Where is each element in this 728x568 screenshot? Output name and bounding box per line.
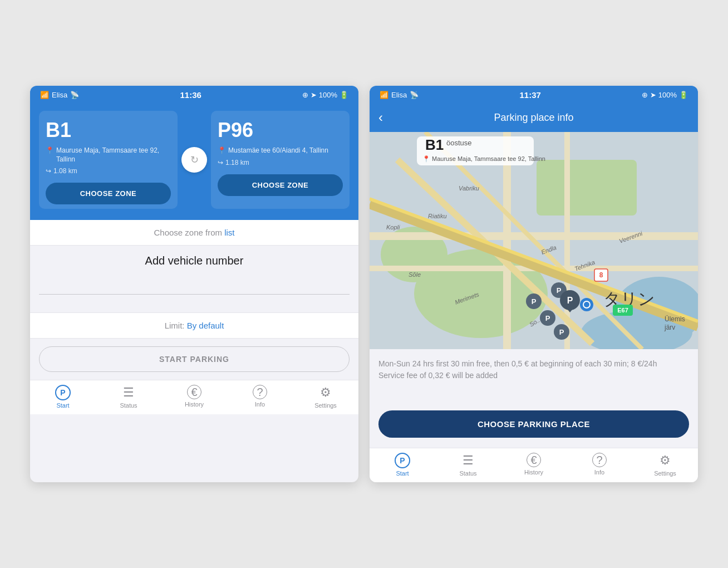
status-right-1: ⊕ ➤ 100% 🔋 [302,91,348,99]
bottom-nav-2: P Start ☰ Status € History ? Info ⚙ Sett… [370,448,698,482]
battery-2: 100% [658,91,677,99]
zone-distance-b1: ↪ 1.08 km [46,167,171,175]
nav-settings-label-2: Settings [654,470,676,477]
blue-header-2: ‹ Parking place info [370,103,698,132]
zone-code-b1: B1 [46,119,171,142]
add-vehicle-section: Add vehicle number [30,246,358,312]
parking-icon-2: P [395,453,410,468]
limit-text: Limit: By default [39,321,350,330]
list-link[interactable]: list [224,228,234,237]
nav-settings-label-1: Settings [314,402,337,409]
nav-info-label-1: Info [255,401,265,408]
parking-icon-1: P [55,385,71,400]
wifi-icon-2: 📡 [410,91,419,99]
refresh-icon[interactable]: ↻ [181,147,207,173]
zone-card-p96: P96 📍 Mustamäe tee 60/Aiandi 4, Tallinn … [211,111,350,209]
signal-icon-2: 📶 [380,91,388,99]
info-icon-2: ? [592,453,607,467]
choose-parking-btn[interactable]: CHOOSE PARKING PLACE [378,410,689,438]
battery-icon-1: 🔋 [340,91,348,99]
status-icon-2: ☰ [460,453,476,468]
history-icon-1: € [187,385,201,399]
nav-start-1[interactable]: P Start [30,385,96,409]
nav-start-2[interactable]: P Start [370,453,435,477]
status-right-2: ⊕ ➤ 100% 🔋 [642,91,688,99]
nav-start-label-1: Start [56,402,69,409]
carrier-1: Elisa [52,91,67,99]
svg-text:P: P [559,328,564,336]
vehicle-number-input[interactable] [39,275,350,295]
battery-icon-2: 🔋 [679,91,688,99]
svg-text:P: P [557,286,562,295]
phone-screen-2: 📶 Elisa 📡 11:37 ⊕ ➤ 100% 🔋 ‹ Parking pla… [370,86,698,482]
svg-text:8: 8 [599,271,603,279]
status-left-2: 📶 Elisa 📡 [380,91,419,99]
nav-history-label-2: History [524,469,543,476]
zone-cards-row: B1 📍 Mauruse Maja, Tammsaare tee 92, Tal… [39,111,350,209]
nav-status-label-1: Status [120,402,137,409]
history-icon-2: € [527,453,541,467]
choose-list-text: Choose zone from list [39,228,350,237]
back-button[interactable]: ‹ [378,110,383,125]
zone-address-p96: 📍 Mustamäe tee 60/Aiandi 4, Tallinn [218,146,343,155]
battery-1: 100% [319,91,337,99]
zone-card-b1: B1 📍 Mauruse Maja, Tammsaare tee 92, Tal… [39,111,178,209]
zone-address-b1: 📍 Mauruse Maja, Tammsaare tee 92, Tallin… [46,146,171,164]
parking-info-section: Mon-Sun 24 hrs first 30 min free, then 0… [370,349,698,394]
pin-icon-b1: 📍 [46,146,54,155]
wifi-icon-1: 📡 [70,91,79,99]
choose-zone-b1-btn[interactable]: CHOOSE ZONE [46,183,171,204]
time-2: 11:37 [519,90,540,100]
nav-settings-2[interactable]: ⚙ Settings [632,453,698,477]
distance-icon-b1: ↪ [46,167,51,175]
limit-section: Limit: By default [30,312,358,339]
time-1: 11:36 [180,90,201,100]
svg-text:Vabriku: Vabriku [459,185,479,192]
nav-info-1[interactable]: ? Info [227,385,293,409]
bottom-nav-1: P Start ☰ Status € History ? Info ⚙ Sett… [30,380,358,414]
nav-history-2[interactable]: € History [501,453,567,477]
nav-info-2[interactable]: ? Info [567,453,632,477]
add-vehicle-title: Add vehicle number [39,254,350,267]
svg-text:E67: E67 [617,307,628,314]
svg-rect-3 [537,160,637,216]
svg-text:P: P [545,314,550,322]
nav-start-label-2: Start [396,470,409,477]
choose-zone-p96-btn[interactable]: CHOOSE ZONE [218,174,343,196]
limit-link[interactable]: By default [187,321,224,330]
status-left-1: 📶 Elisa 📡 [40,91,79,99]
svg-text:Kopli: Kopli [386,224,400,231]
svg-text:📍 Mauruse Maja, Tammsaare tee: 📍 Mauruse Maja, Tammsaare tee 92, Tallin… [422,155,545,163]
svg-text:P: P [567,296,573,305]
svg-text:Sõle: Sõle [409,271,421,278]
nav-settings-1[interactable]: ⚙ Settings [293,385,358,409]
settings-icon-1: ⚙ [318,385,333,400]
nav-history-1[interactable]: € History [161,385,227,409]
signal-icon: 📶 [40,91,49,99]
zone-code-p96: P96 [218,119,343,142]
start-parking-btn[interactable]: START PARKING [39,346,350,372]
parking-info-text: Mon-Sun 24 hrs first 30 min free, then 0… [378,358,689,381]
svg-text:P: P [532,297,537,306]
svg-text:öostuse: öostuse [446,139,472,147]
svg-point-47 [584,302,589,307]
choose-list-section: Choose zone from list [30,220,358,246]
nav-status-2[interactable]: ☰ Status [435,453,501,477]
nav-info-label-2: Info [594,469,604,476]
header-title-2: Parking place info [392,112,676,124]
location-icon-1: ⊕ ➤ [302,91,317,99]
distance-icon-p96: ↪ [218,159,223,167]
nav-status-1[interactable]: ☰ Status [96,385,161,409]
svg-text:Ülemis: Ülemis [665,315,685,323]
location-icon-2: ⊕ ➤ [642,91,656,99]
carrier-2: Elisa [391,91,407,99]
status-bar-2: 📶 Elisa 📡 11:37 ⊕ ➤ 100% 🔋 [370,86,698,103]
svg-text:järv: järv [664,324,675,331]
pin-icon-p96: 📍 [218,146,226,155]
status-bar-1: 📶 Elisa 📡 11:36 ⊕ ➤ 100% 🔋 [30,86,358,103]
nav-status-label-2: Status [459,470,476,477]
map-svg: Kopli Vabriku Sõle Riatiku Merimets So..… [370,132,698,349]
settings-icon-2: ⚙ [657,453,673,468]
nav-history-label-1: History [185,401,204,408]
status-icon-1: ☰ [121,385,136,400]
